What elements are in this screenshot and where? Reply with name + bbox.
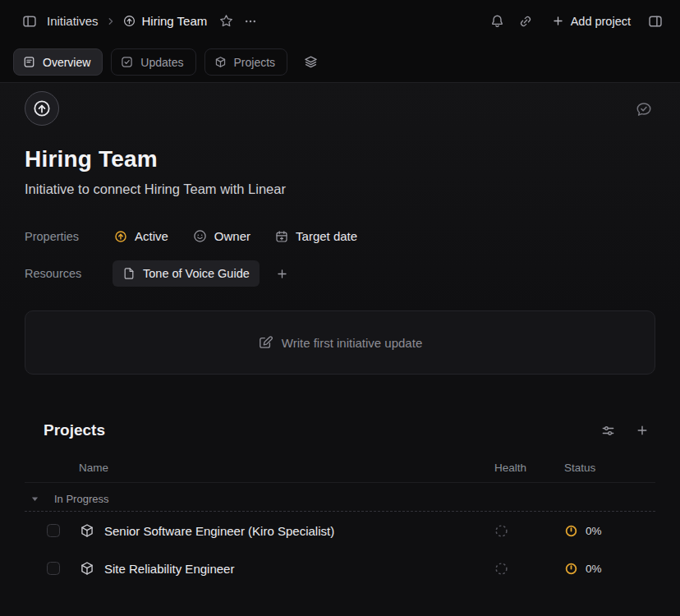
write-first-update-box[interactable]: Write first initiative update: [25, 310, 655, 375]
project-health[interactable]: [494, 524, 564, 538]
projects-title: Projects: [44, 421, 105, 439]
panel-right-icon: [648, 14, 663, 29]
projects-actions: [596, 419, 655, 442]
initiative-icon: [123, 15, 136, 27]
project-cube-icon: [80, 561, 94, 576]
project-row[interactable]: Senior Software Engineer (Kiro Specialis…: [25, 512, 655, 549]
overview-icon: [23, 56, 35, 68]
project-status[interactable]: 0%: [564, 524, 655, 538]
tab-projects[interactable]: Projects: [204, 48, 288, 76]
tab-updates[interactable]: Updates: [111, 48, 195, 76]
health-empty-icon: [494, 524, 508, 538]
column-header-name: Name: [25, 462, 494, 474]
owner-label: Owner: [214, 229, 250, 243]
project-name[interactable]: Senior Software Engineer (Kiro Specialis…: [104, 524, 494, 538]
panel-left-icon: [22, 14, 37, 29]
project-name[interactable]: Site Reliability Engineer: [104, 562, 494, 576]
write-update-placeholder: Write first initiative update: [282, 336, 422, 350]
more-options-button[interactable]: [239, 10, 262, 33]
chevron-right-icon: [105, 16, 117, 27]
tabbar: Overview Updates Projects: [0, 42, 680, 83]
topbar: Initiatives Hiring Team: [0, 0, 680, 42]
column-header-status: Status: [564, 462, 655, 474]
right-panel-toggle-button[interactable]: [644, 10, 667, 33]
plus-icon: [276, 268, 288, 280]
page-title[interactable]: Hiring Team: [25, 146, 655, 172]
initiative-avatar-icon: [33, 99, 51, 117]
sliders-icon: [601, 424, 615, 438]
properties-row: Properties Active Owner: [25, 226, 655, 246]
favorite-star-button[interactable]: [214, 10, 237, 33]
resources-row: Resources Tone of Voice Guide: [25, 260, 655, 287]
initiative-avatar[interactable]: [25, 91, 59, 126]
owner-avatar-icon: [193, 229, 207, 243]
progress-value: 0%: [586, 563, 602, 575]
target-date-chip[interactable]: Target date: [273, 226, 359, 246]
properties-label: Properties: [25, 230, 113, 243]
status-chip[interactable]: Active: [113, 226, 170, 246]
add-project-label: Add project: [571, 15, 631, 28]
plus-icon: [552, 15, 564, 27]
status-label: Active: [135, 229, 168, 243]
target-date-label: Target date: [296, 229, 357, 243]
notifications-button[interactable]: [486, 10, 509, 33]
sidebar-toggle-button[interactable]: [18, 10, 41, 33]
calendar-plus-icon: [275, 230, 288, 243]
resources-label: Resources: [25, 267, 113, 280]
initiative-description[interactable]: Initiative to connect Hiring Team with L…: [25, 182, 655, 197]
edit-pencil-icon: [258, 335, 273, 350]
copy-link-button[interactable]: [514, 10, 537, 33]
breadcrumb-root-label: Initiatives: [47, 14, 99, 28]
tab-overview-label: Overview: [43, 56, 90, 69]
breadcrumb-current-initiative[interactable]: Hiring Team: [117, 11, 214, 31]
tab-updates-label: Updates: [140, 56, 183, 69]
collapse-triangle-icon: [31, 495, 39, 503]
progress-value: 0%: [586, 525, 602, 537]
add-resource-button[interactable]: [271, 262, 294, 285]
active-status-icon: [114, 230, 127, 243]
owner-chip[interactable]: Owner: [191, 226, 252, 246]
document-icon: [122, 267, 136, 280]
tab-projects-label: Projects: [234, 56, 276, 69]
hero-row: [25, 91, 655, 129]
health-empty-icon: [494, 562, 508, 576]
group-label: In Progress: [54, 493, 108, 505]
bell-icon: [490, 14, 504, 28]
updates-icon: [121, 56, 133, 68]
chat-check-icon: [636, 101, 652, 117]
row-checkbox[interactable]: [47, 562, 60, 575]
projects-table-header: Name Health Status: [25, 462, 655, 483]
breadcrumb-initiatives[interactable]: Initiatives: [41, 11, 104, 31]
plus-icon: [636, 424, 649, 437]
views-button[interactable]: [299, 51, 322, 74]
layers-icon: [304, 55, 318, 69]
progress-ring-icon: [564, 524, 578, 538]
project-health[interactable]: [494, 562, 564, 576]
star-icon: [219, 14, 233, 28]
projects-header: Projects: [25, 418, 655, 443]
initiative-update-button[interactable]: [632, 98, 655, 121]
tab-overview[interactable]: Overview: [13, 48, 103, 76]
initiative-overview-page: Hiring Team Initiative to connect Hiring…: [0, 83, 680, 616]
project-cube-icon: [80, 523, 94, 538]
properties-items: Active Owner Target date: [113, 226, 359, 246]
row-checkbox[interactable]: [47, 524, 60, 537]
resources-items: Tone of Voice Guide: [113, 260, 294, 287]
more-horizontal-icon: [244, 15, 257, 28]
app-window: Initiatives Hiring Team: [0, 0, 680, 616]
resource-link-tone-of-voice[interactable]: Tone of Voice Guide: [113, 260, 260, 287]
breadcrumb-current-label: Hiring Team: [142, 14, 208, 28]
project-status[interactable]: 0%: [564, 562, 655, 576]
column-header-health: Health: [494, 462, 564, 474]
projects-filter-button[interactable]: [596, 419, 619, 442]
progress-ring-icon: [564, 562, 578, 576]
projects-section: Projects Name Health Status: [25, 418, 655, 587]
link-icon: [519, 15, 532, 28]
project-row[interactable]: Site Reliability Engineer 0%: [25, 549, 655, 587]
add-project-button[interactable]: Add project: [544, 10, 639, 33]
projects-add-button[interactable]: [631, 419, 654, 442]
topbar-actions: Add project: [481, 10, 667, 33]
projects-cube-icon: [214, 56, 227, 68]
breadcrumb: Initiatives Hiring Team: [16, 10, 262, 33]
group-header-in-progress[interactable]: In Progress: [25, 487, 655, 512]
